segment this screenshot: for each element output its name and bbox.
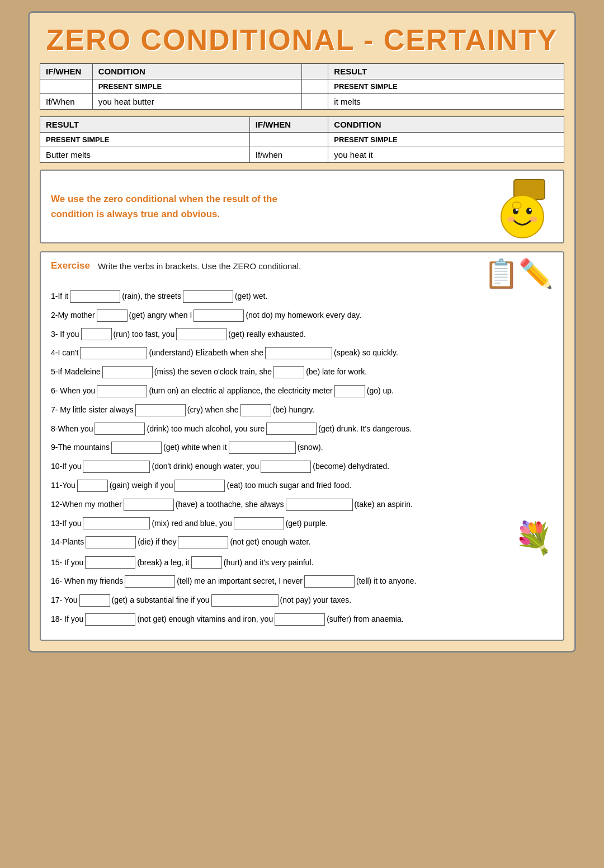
t2-h-condition: CONDITION [328,117,564,133]
t2-h-ifwhen: IF/WHEN [249,117,328,133]
exercise-item-2: 2-My mother (get) angry when I (not do) … [51,309,553,322]
ex11-answer1[interactable] [77,480,108,492]
ex7-hint1: (cry) when she [187,403,239,417]
t1-sub-condition: PRESENT SIMPLE [92,79,302,94]
ex11-answer2[interactable] [174,480,225,492]
ex3-text: 3- If you [51,328,79,341]
exercise-item-12: 12-When my mother (have) a toothache, sh… [51,498,553,512]
ex9-hint1: (get) white when it [163,441,227,454]
ex5-answer2[interactable] [273,366,304,378]
ex13-answer1[interactable] [83,517,150,529]
ex16-hint1: (tell) me an important secret, I never [177,575,303,588]
svg-point-4 [526,208,532,214]
ex11-hint1: (gain) weigh if you [110,479,173,492]
ex16-answer2[interactable] [304,575,355,588]
t1-sub-ifwhen [40,79,93,94]
ex7-answer1[interactable] [135,404,186,416]
notebook-icon: 📋✏️ [484,257,553,290]
ex12-text: 12-When my mother [51,498,122,512]
ex4-hint1: (understand) Elizabeth when she [149,346,263,360]
ex8-text: 8-When you [51,423,93,436]
ex5-answer1[interactable] [102,366,153,378]
exercise-item-3: 3- If you (run) too fast, you (get) real… [51,328,553,341]
ex5-text: 5-If Madeleine [51,365,101,379]
t1-h-condition: CONDITION [92,64,302,79]
ex6-answer2[interactable] [334,385,365,397]
ex1-hint1: (rain), the streets [122,290,181,303]
svg-point-8 [530,217,537,222]
ex5-end: (be) late for work. [306,365,367,379]
ex16-end: (tell) it to anyone. [356,575,416,588]
ex5-hint1: (miss) the seven o'clock train, she [154,365,272,379]
ex15-answer2[interactable] [191,556,222,569]
ex6-end: (go) up. [367,384,394,398]
ex9-answer2[interactable] [229,442,296,454]
grammar-table-2: RESULT IF/WHEN CONDITION PRESENT SIMPLE … [40,116,564,163]
ex10-answer2[interactable] [261,461,311,473]
info-line2: condition is always true and obvious. [51,209,220,219]
ex1-answer2[interactable] [183,290,233,303]
exercise-item-8: 8-When you (drink) too much alcohol, you… [51,423,553,436]
ex6-answer1[interactable] [97,385,147,397]
ex7-answer2[interactable] [240,404,271,416]
t1-sub-result: PRESENT SIMPLE [328,79,564,94]
ex2-answer2[interactable] [194,309,244,322]
ex7-text: 7- My little sister always [51,403,134,417]
ex8-end: (get) drunk. It's dangerous. [318,423,412,436]
smiley-icon [497,179,553,234]
exercise-box: Exercise Write the verbs in brackets. Us… [40,251,564,641]
svg-point-2 [501,195,544,238]
t2-row-result: Butter melts [40,147,250,163]
t1-row-condition: you heat butter [92,94,302,110]
ex18-answer1[interactable] [85,613,135,626]
t2-sub-condition: PRESENT SIMPLE [328,133,564,147]
ex15-hint1: (break) a leg, it [137,556,189,570]
t2-sub-result: PRESENT SIMPLE [40,133,250,147]
svg-point-7 [507,217,515,222]
ex3-answer1[interactable] [81,328,112,340]
ex3-hint1: (run) too fast, you [114,328,175,341]
t1-row-spacer [302,94,328,110]
t2-row-condition: you heat it [328,147,564,163]
ex16-answer1[interactable] [125,575,175,588]
ex18-hint1: (not get) enough vitamins and iron, you [137,613,273,626]
t1-sub-spacer [302,79,328,94]
ex18-answer2[interactable] [275,613,325,626]
ex15-text: 15- If you [51,556,83,570]
t1-h-result: RESULT [328,64,564,79]
ex17-text: 17- You [51,594,78,607]
ex17-answer1[interactable] [79,594,110,607]
ex4-answer1[interactable] [80,347,147,359]
ex6-hint1: (turn on) an electric al appliance, the … [149,384,332,398]
ex12-answer1[interactable] [124,499,174,511]
ex4-text: 4-I can't [51,346,78,360]
ex1-answer1[interactable] [70,290,120,303]
ex2-answer1[interactable] [97,309,128,322]
ex14-answer1[interactable] [86,536,136,548]
ex4-end: (speak) so quickly. [334,346,398,360]
exercise-item-18: 18- If you (not get) enough vitamins and… [51,613,553,626]
ex4-answer2[interactable] [265,347,332,359]
ex14-text: 14-Plants [51,536,84,549]
ex8-answer2[interactable] [266,423,317,435]
ex18-end: (suffer) from anaemia. [327,613,403,626]
ex15-answer1[interactable] [85,556,135,569]
ex10-text: 10-If you [51,460,81,473]
page-title: ZERO CONDITIONAL - CERTAINTY [40,23,564,57]
ex13-text: 13-If you [51,517,81,531]
ex8-hint1: (drink) too much alcohol, you sure [147,423,265,436]
ex17-answer2[interactable] [211,594,279,607]
exercise-item-16: 16- When my friends (tell) me an importa… [51,575,553,588]
ex13-answer2[interactable] [234,517,284,529]
ex14-answer2[interactable] [178,536,228,548]
exercise-item-17: 17- You (get) a substantial fine if you … [51,594,553,607]
exercise-label: Exercise [51,260,90,271]
ex10-answer1[interactable] [83,461,150,473]
ex8-answer1[interactable] [95,423,145,435]
ex9-answer1[interactable] [111,442,162,454]
ex12-answer2[interactable] [286,499,353,511]
t1-row-ifwhen: If/When [40,94,93,110]
info-line1: We use the zero conditional when the res… [51,194,277,204]
ex10-end: (become) dehydrated. [313,460,389,473]
ex3-answer2[interactable] [176,328,226,340]
